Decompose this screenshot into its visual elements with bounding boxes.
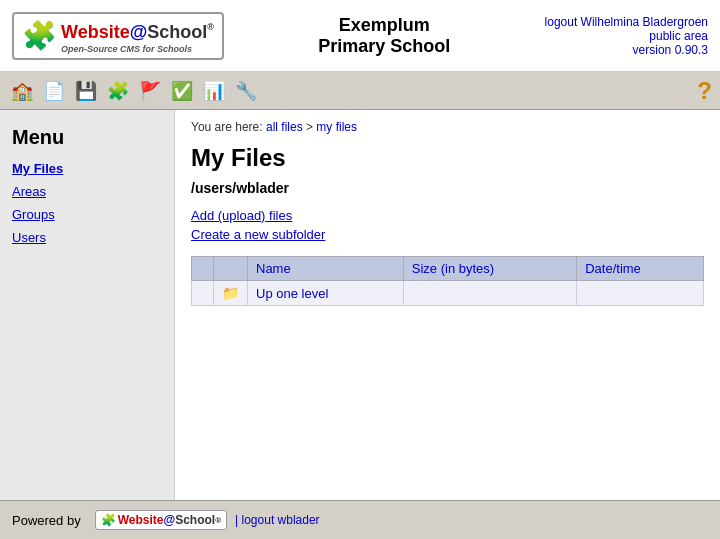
toolbar: 🏫 📄 💾 🧩 🚩 ✅ 📊 🔧 ? xyxy=(0,72,720,110)
toolbar-icons: 🏫 📄 💾 🧩 🚩 ✅ 📊 🔧 xyxy=(8,77,260,105)
save-icon[interactable]: 💾 xyxy=(72,77,100,105)
logo-website: Website xyxy=(61,22,130,42)
create-subfolder-link[interactable]: Create a new subfolder xyxy=(191,227,704,242)
table-header-row: Name Size (in bytes) Date/time xyxy=(192,257,704,281)
path-label: /users/wblader xyxy=(191,180,704,196)
content-area: You are here: all files > my files My Fi… xyxy=(175,110,720,500)
logo-at: @ xyxy=(130,22,148,42)
house-icon[interactable]: 🏫 xyxy=(8,77,36,105)
sidebar-item-users[interactable]: Users xyxy=(12,230,162,245)
action-links: Add (upload) files Create a new subfolde… xyxy=(191,208,704,242)
page-title: My Files xyxy=(191,144,704,172)
logout-area: logout Wilhelmina Bladergroen public are… xyxy=(545,15,708,57)
folder-icon: 📁 xyxy=(222,285,239,301)
footer-logo-website: Website xyxy=(118,513,164,527)
breadcrumb: You are here: all files > my files xyxy=(191,120,704,134)
menu-heading: Menu xyxy=(12,126,162,149)
help-icon[interactable]: ? xyxy=(697,77,712,105)
powered-by-label: Powered by xyxy=(12,513,81,528)
flag-icon[interactable]: 🚩 xyxy=(136,77,164,105)
puzzle-logo-icon: 🧩 xyxy=(22,19,57,52)
breadcrumb-all-files[interactable]: all files xyxy=(266,120,303,134)
site-name: Exemplum xyxy=(224,15,545,36)
add-upload-link[interactable]: Add (upload) files xyxy=(191,208,704,223)
sidebar-item-groups[interactable]: Groups xyxy=(12,207,162,222)
checkmark-icon[interactable]: ✅ xyxy=(168,77,196,105)
logo: 🧩 Website@School® Open-Source CMS for Sc… xyxy=(12,12,224,60)
footer: Powered by 🧩 Website@School® | logout wb… xyxy=(0,500,720,539)
logo-reg: ® xyxy=(207,21,214,31)
col-size: Size (in bytes) xyxy=(403,257,576,281)
tools-icon[interactable]: 🔧 xyxy=(232,77,260,105)
sidebar-item-areas[interactable]: Areas xyxy=(12,184,162,199)
col-datetime: Date/time xyxy=(577,257,704,281)
puzzle-icon[interactable]: 🧩 xyxy=(104,77,132,105)
col-name: Name xyxy=(248,257,404,281)
row-check xyxy=(192,281,214,306)
site-title: Exemplum Primary School xyxy=(224,15,545,57)
row-folder-icon: 📁 xyxy=(214,281,248,306)
footer-logo-school: School xyxy=(175,513,215,527)
area-label: public area xyxy=(649,29,708,43)
file-table: Name Size (in bytes) Date/time 📁 Up one … xyxy=(191,256,704,306)
footer-logo-at: @ xyxy=(163,513,175,527)
breadcrumb-current: my files xyxy=(316,120,357,134)
col-check xyxy=(192,257,214,281)
main-layout: Menu My Files Areas Groups Users You are… xyxy=(0,110,720,500)
up-one-level-link[interactable]: Up one level xyxy=(256,286,328,301)
site-subtitle: Primary School xyxy=(224,36,545,57)
breadcrumb-prefix: You are here: xyxy=(191,120,263,134)
row-datetime xyxy=(577,281,704,306)
footer-logo-reg: ® xyxy=(215,516,221,525)
footer-puzzle-icon: 🧩 xyxy=(101,513,116,527)
version-label: version 0.90.3 xyxy=(633,43,708,57)
sidebar: Menu My Files Areas Groups Users xyxy=(0,110,175,500)
footer-logo: 🧩 Website@School® xyxy=(95,510,227,530)
breadcrumb-separator: > xyxy=(303,120,317,134)
sidebar-item-myfiles[interactable]: My Files xyxy=(12,161,162,176)
row-name[interactable]: Up one level xyxy=(248,281,404,306)
table-row: 📁 Up one level xyxy=(192,281,704,306)
col-icon xyxy=(214,257,248,281)
chart-icon[interactable]: 📊 xyxy=(200,77,228,105)
logo-subtitle: Open-Source CMS for Schools xyxy=(61,44,214,54)
logo-area: 🧩 Website@School® Open-Source CMS for Sc… xyxy=(12,12,224,60)
header: 🧩 Website@School® Open-Source CMS for Sc… xyxy=(0,0,720,72)
row-size xyxy=(403,281,576,306)
footer-logout-link[interactable]: | logout wblader xyxy=(235,513,320,527)
logo-school: School xyxy=(147,22,207,42)
logout-link[interactable]: logout Wilhelmina Bladergroen xyxy=(545,15,708,29)
document-icon[interactable]: 📄 xyxy=(40,77,68,105)
